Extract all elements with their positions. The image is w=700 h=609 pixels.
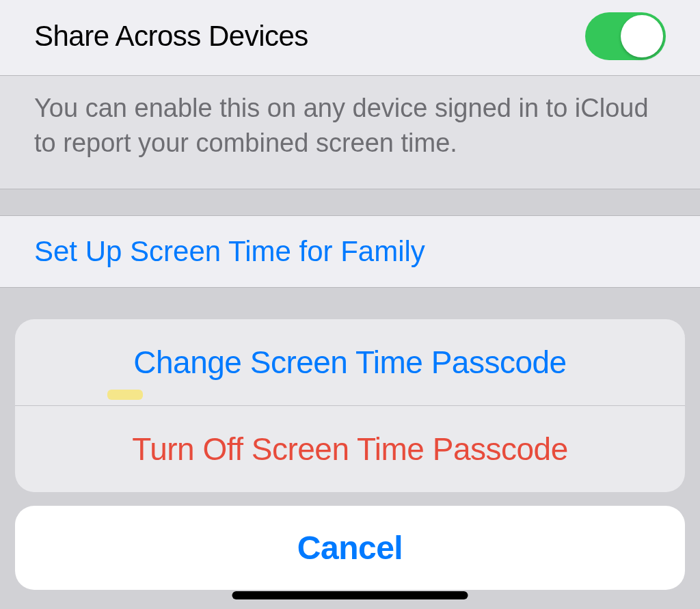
turn-off-passcode-option[interactable]: Turn Off Screen Time Passcode bbox=[15, 406, 685, 492]
cancel-button[interactable]: Cancel bbox=[15, 506, 685, 590]
turn-off-passcode-label: Turn Off Screen Time Passcode bbox=[132, 431, 567, 467]
share-across-devices-label: Share Across Devices bbox=[34, 20, 308, 53]
share-footer-text: You can enable this on any device signed… bbox=[0, 76, 700, 189]
share-across-devices-row: Share Across Devices bbox=[0, 0, 700, 76]
share-across-devices-toggle[interactable] bbox=[585, 12, 666, 60]
change-passcode-option[interactable]: Change Screen Time Passcode bbox=[15, 319, 685, 406]
toggle-knob bbox=[621, 15, 663, 57]
highlight-mark bbox=[107, 390, 143, 400]
action-sheet-cancel-group: Cancel bbox=[15, 506, 685, 590]
settings-list: Share Across Devices You can enable this… bbox=[0, 0, 700, 288]
section-gap bbox=[0, 189, 700, 215]
action-sheet: Change Screen Time Passcode Turn Off Scr… bbox=[15, 319, 685, 590]
change-passcode-label: Change Screen Time Passcode bbox=[133, 344, 566, 380]
action-sheet-options: Change Screen Time Passcode Turn Off Scr… bbox=[15, 319, 685, 492]
home-indicator[interactable] bbox=[232, 591, 468, 599]
setup-family-row[interactable]: Set Up Screen Time for Family bbox=[0, 215, 700, 288]
